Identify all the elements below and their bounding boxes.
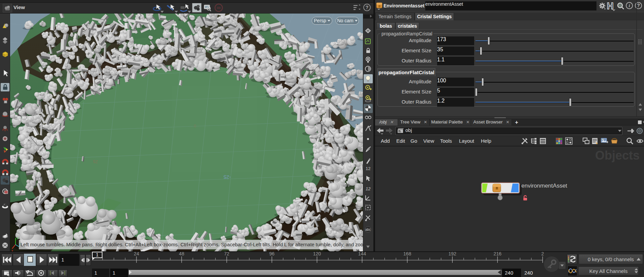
svg-text:-25: -25 <box>223 174 231 181</box>
svg-text:216: 216 <box>494 251 502 256</box>
svg-text:48: 48 <box>179 251 184 256</box>
svg-text:192: 192 <box>449 251 457 256</box>
svg-text:2: 2 <box>541 251 544 256</box>
svg-text:25: 25 <box>93 159 98 164</box>
svg-text:24: 24 <box>134 251 139 256</box>
svg-text:144: 144 <box>358 251 366 256</box>
svg-text:168: 168 <box>403 251 411 256</box>
svg-text:120: 120 <box>313 251 321 256</box>
svg-text:z: z <box>19 242 21 246</box>
svg-text:72: 72 <box>224 251 229 256</box>
svg-text:0: 0 <box>194 124 196 129</box>
svg-text:y: y <box>17 236 18 240</box>
svg-text:12: 12 <box>366 186 371 191</box>
svg-text:abc: abc <box>365 228 371 231</box>
svg-text:96: 96 <box>269 251 275 256</box>
svg-text:12: 12 <box>366 166 370 171</box>
